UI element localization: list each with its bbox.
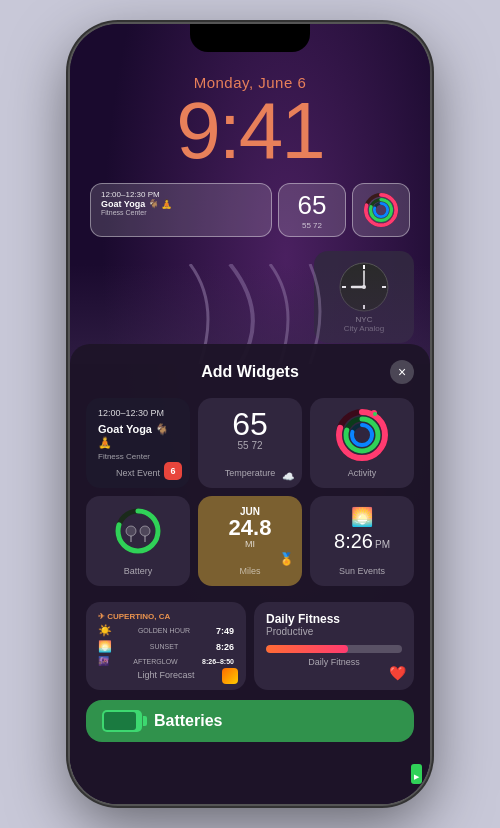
calendar-icon: 6	[164, 462, 182, 480]
sunset-label: SUNSET	[150, 643, 178, 650]
fitness-title: Daily Fitness	[266, 612, 402, 626]
sun-ampm: PM	[375, 539, 390, 550]
daily-fitness-widget[interactable]: Daily Fitness Productive ❤️ Daily Fitnes…	[254, 602, 414, 690]
forecast-label: Light Forecast	[98, 670, 234, 680]
battery-widget[interactable]: ▶ Battery	[86, 496, 190, 586]
lock-screen: Monday, June 6 9:41 12:00–12:30 PM Goat …	[70, 24, 430, 245]
sun-time: 8:26	[334, 530, 373, 553]
sun-events-widget[interactable]: 🌅 8:26 PM Sun Events	[310, 496, 414, 586]
sun-icon: 🌅	[351, 506, 373, 528]
close-button[interactable]: ×	[390, 360, 414, 384]
battery-ring	[113, 506, 163, 556]
lock-event-time: 12:00–12:30 PM	[101, 190, 261, 199]
battery-label: Battery	[124, 566, 153, 576]
forecast-location: ✈ CUPERTINO, CA	[98, 612, 234, 621]
widget-grid-row2: ▶ Battery JUN 24.8 MI 🏅 Miles 🌅	[86, 496, 414, 586]
battery-status-icon: ▶	[411, 764, 422, 784]
svg-point-17	[140, 526, 150, 536]
temp-range: 55 72	[237, 440, 262, 451]
sheet-header: Add Widgets ×	[86, 360, 414, 384]
batteries-label: Batteries	[154, 712, 222, 730]
miles-unit: MI	[208, 539, 292, 549]
notch	[190, 24, 310, 52]
fitness-heart-icon: ❤️	[389, 664, 406, 682]
golden-label: GOLDEN HOUR	[138, 627, 190, 634]
lock-time: 9:41	[70, 91, 430, 171]
svg-point-13	[373, 412, 377, 416]
ne-location: Fitness Center	[98, 452, 178, 461]
widget-bottom-row: ✈ CUPERTINO, CA ☀️ GOLDEN HOUR 7:49 🌅 SU…	[86, 602, 414, 690]
lock-temp-value: 65	[289, 190, 335, 221]
battery-fill	[104, 712, 136, 730]
lock-activity-widget[interactable]	[352, 183, 410, 237]
svg-point-16	[126, 526, 136, 536]
fitness-label: Daily Fitness	[266, 657, 402, 667]
ne-time: 12:00–12:30 PM	[98, 408, 178, 418]
lock-event-name: Goat Yoga 🐐 🧘	[101, 199, 261, 209]
fitness-progress-bar	[266, 645, 402, 653]
lock-widgets-bar: 12:00–12:30 PM Goat Yoga 🐐 🧘 Fitness Cen…	[70, 175, 430, 245]
add-widgets-sheet: Add Widgets × 12:00–12:30 PM Goat Yoga 🐐…	[70, 344, 430, 804]
sun-display: 🌅 8:26 PM	[334, 506, 390, 553]
activity-label: Activity	[348, 468, 377, 478]
sunset-val: 8:26	[216, 642, 234, 652]
golden-hour-row: ☀️ GOLDEN HOUR 7:49	[98, 624, 234, 637]
fitness-subtitle: Productive	[266, 626, 402, 637]
temp-display: 65 55 72	[232, 408, 268, 451]
temp-label: Temperature	[225, 468, 276, 478]
weather-icon: ☁️	[282, 471, 294, 482]
phone-frame: Monday, June 6 9:41 12:00–12:30 PM Goat …	[70, 24, 430, 804]
fitness-bar-fill	[266, 645, 348, 653]
widget-grid: 12:00–12:30 PM Goat Yoga 🐐 🧘 Fitness Cen…	[86, 398, 414, 488]
trophy-icon: 🏅	[279, 552, 294, 566]
miles-content: JUN 24.8 MI	[208, 506, 292, 549]
ne-name: Goat Yoga 🐐 🧘	[98, 423, 178, 449]
lock-temp-range: 55 72	[289, 221, 335, 230]
sun-label: Sun Events	[339, 566, 385, 576]
activity-widget[interactable]: Activity	[310, 398, 414, 488]
miles-value: 24.8	[208, 517, 292, 539]
lock-event-widget[interactable]: 12:00–12:30 PM Goat Yoga 🐐 🧘 Fitness Cen…	[90, 183, 272, 237]
afterglow-label: AFTERGLOW	[133, 658, 177, 665]
battery-big-icon	[102, 710, 142, 732]
afterglow-val: 8:26–8:50	[202, 658, 234, 665]
light-forecast-widget[interactable]: ✈ CUPERTINO, CA ☀️ GOLDEN HOUR 7:49 🌅 SU…	[86, 602, 246, 690]
sheet-title: Add Widgets	[110, 363, 390, 381]
miles-label: Miles	[239, 566, 260, 576]
temp-number: 65	[232, 408, 268, 440]
miles-widget[interactable]: JUN 24.8 MI 🏅 Miles	[198, 496, 302, 586]
golden-val: 7:49	[216, 626, 234, 636]
next-event-widget[interactable]: 12:00–12:30 PM Goat Yoga 🐐 🧘 Fitness Cen…	[86, 398, 190, 488]
activity-rings	[335, 408, 389, 462]
forecast-app-icon	[222, 668, 238, 684]
sunset-row: 🌅 SUNSET 8:26	[98, 640, 234, 653]
lock-temp-widget[interactable]: 65 55 72	[278, 183, 346, 237]
afterglow-row: 🌆 AFTERGLOW 8:26–8:50	[98, 656, 234, 666]
temperature-widget[interactable]: 65 55 72 ☁️ Temperature	[198, 398, 302, 488]
batteries-section[interactable]: Batteries	[86, 700, 414, 742]
lock-event-location: Fitness Center	[101, 209, 261, 216]
